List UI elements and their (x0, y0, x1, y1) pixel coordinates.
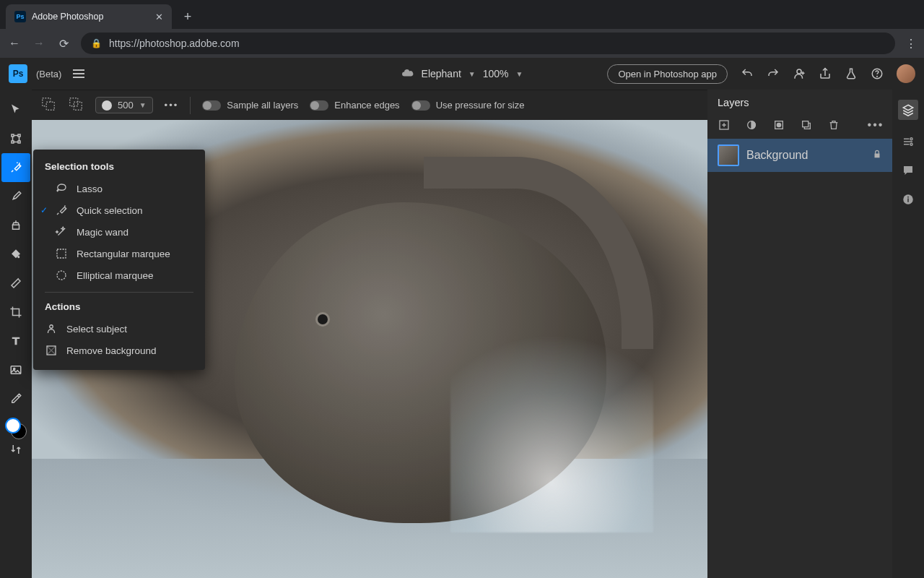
svg-point-16 (777, 123, 780, 126)
app-header: Ps (Beta) Elephant ▼ 100% ▼ Open in Phot… (0, 58, 924, 90)
select-subject-item[interactable]: Select subject (33, 318, 205, 340)
forward-button[interactable]: → (32, 37, 46, 50)
layer-thumbnail (718, 144, 739, 166)
new-tab-button[interactable]: + (178, 7, 198, 27)
close-icon[interactable]: ✕ (155, 12, 163, 22)
layer-row[interactable]: Background (707, 139, 892, 172)
clone-stamp-tool[interactable] (1, 211, 30, 240)
flyout-section-title: Actions (33, 298, 205, 318)
brush-tool[interactable] (1, 182, 30, 211)
layers-panel-title: Layers (707, 90, 892, 116)
fill-tool[interactable] (1, 240, 30, 269)
doc-name[interactable]: Elephant (422, 68, 461, 79)
quick-selection-item[interactable]: ✓ Quick selection (33, 199, 205, 221)
selection-subtract-icon[interactable] (68, 96, 84, 114)
healing-brush-tool[interactable] (1, 269, 30, 298)
invite-icon[interactable] (793, 67, 806, 80)
lasso-tool-item[interactable]: Lasso (33, 178, 205, 199)
color-swatches[interactable] (5, 418, 27, 439)
browser-tab-strip: Ps Adobe Photoshop ✕ + (0, 0, 924, 29)
remove-background-item[interactable]: Remove background (33, 340, 205, 361)
zoom-level[interactable]: 100% (483, 68, 509, 79)
crop-tool[interactable] (1, 298, 30, 327)
left-toolbar (0, 90, 32, 578)
delete-layer-button[interactable] (827, 118, 840, 131)
more-options-button[interactable]: ••• (165, 100, 179, 111)
svg-point-22 (907, 197, 909, 198)
info-panel-icon[interactable] (901, 192, 915, 207)
svg-rect-17 (803, 121, 808, 127)
selection-tools-flyout: Selection tools Lasso ✓ Quick selection … (33, 150, 205, 370)
svg-rect-6 (46, 102, 54, 110)
use-pressure-toggle[interactable] (411, 100, 430, 111)
chevron-down-icon[interactable]: ▼ (516, 70, 523, 78)
ps-logo-icon[interactable]: Ps (9, 64, 27, 83)
brush-size-value: 500 (118, 100, 134, 111)
help-icon[interactable] (871, 67, 884, 80)
divider (190, 97, 191, 114)
divider (45, 292, 193, 293)
layers-panel-icon[interactable] (898, 100, 918, 120)
selection-add-icon[interactable] (40, 96, 56, 114)
layers-panel: Layers ••• Background (707, 90, 892, 578)
chevron-down-icon[interactable]: ▼ (468, 70, 476, 78)
svg-point-0 (797, 69, 801, 74)
move-tool[interactable] (1, 95, 30, 124)
eyedropper-tool[interactable] (1, 384, 30, 413)
open-in-app-button[interactable]: Open in Photoshop app (607, 64, 728, 84)
type-tool[interactable] (1, 327, 30, 355)
transform-tool[interactable] (1, 124, 30, 153)
cloud-icon (401, 66, 414, 82)
chevron-down-icon: ▼ (139, 101, 147, 109)
brush-size-picker[interactable]: 500 ▼ (95, 97, 153, 113)
main-menu-button[interactable] (73, 69, 84, 78)
rectangular-marquee-item[interactable]: Rectangular marquee (33, 243, 205, 264)
rectangular-marquee-icon (55, 247, 68, 260)
reload-button[interactable]: ⟳ (56, 37, 71, 51)
quick-selection-tool[interactable] (1, 153, 30, 182)
layer-options-button[interactable] (800, 118, 813, 131)
use-pressure-label: Use pressure for size (436, 100, 525, 111)
quick-selection-label: Quick selection (77, 205, 143, 216)
redo-button[interactable] (767, 67, 780, 80)
undo-button[interactable] (741, 67, 754, 80)
svg-point-2 (877, 76, 878, 77)
mask-button[interactable] (772, 118, 785, 131)
tab-title: Adobe Photoshop (32, 12, 103, 22)
sample-all-layers-label: Sample all layers (227, 100, 298, 111)
svg-rect-21 (907, 199, 909, 202)
brush-preview-icon (102, 100, 112, 111)
svg-point-19 (910, 143, 912, 145)
properties-panel-icon[interactable] (901, 134, 915, 149)
favicon-icon: Ps (14, 11, 26, 22)
user-avatar[interactable] (897, 64, 915, 83)
lock-icon[interactable] (872, 149, 882, 162)
svg-point-18 (910, 138, 912, 140)
svg-point-10 (57, 271, 66, 280)
beaker-icon[interactable] (845, 67, 858, 80)
add-layer-button[interactable] (718, 118, 731, 131)
select-subject-label: Select subject (66, 324, 127, 335)
comments-panel-icon[interactable] (901, 163, 915, 178)
layers-more-button[interactable]: ••• (869, 118, 882, 131)
sample-all-layers-toggle[interactable] (202, 100, 221, 111)
enhance-edges-toggle[interactable] (310, 100, 328, 111)
browser-tab[interactable]: Ps Adobe Photoshop ✕ (6, 4, 172, 29)
foreground-color[interactable] (5, 418, 21, 434)
elliptical-marquee-icon (55, 269, 68, 282)
place-image-tool[interactable] (1, 355, 30, 384)
elliptical-marquee-item[interactable]: Elliptical marquee (33, 264, 205, 286)
back-button[interactable]: ← (7, 37, 22, 50)
browser-address-bar: ← → ⟳ 🔒 https://photoshop.adobe.com ⋮ (0, 29, 924, 58)
adjustment-layer-button[interactable] (745, 118, 758, 131)
url-field[interactable]: 🔒 https://photoshop.adobe.com (81, 33, 895, 54)
lock-icon: 🔒 (91, 38, 102, 48)
share-icon[interactable] (819, 67, 832, 80)
swap-colors-button[interactable] (1, 439, 30, 460)
lasso-icon (55, 182, 68, 195)
svg-point-11 (50, 325, 53, 329)
browser-menu-button[interactable]: ⋮ (905, 37, 917, 51)
beta-label: (Beta) (36, 69, 61, 79)
magic-wand-item[interactable]: Magic wand (33, 221, 205, 243)
elliptical-marquee-label: Elliptical marquee (77, 270, 154, 281)
